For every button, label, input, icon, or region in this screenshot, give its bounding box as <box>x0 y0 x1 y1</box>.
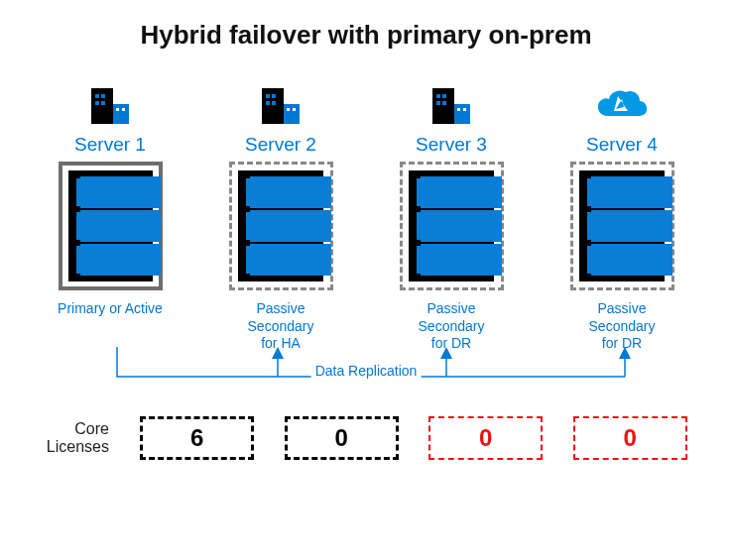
server-name-2: Server 2 <box>245 134 316 156</box>
chip-icon <box>625 212 657 240</box>
svg-rect-12 <box>266 101 270 105</box>
license-box-3: 0 <box>428 416 543 460</box>
svg-rect-4 <box>95 101 99 105</box>
svg-rect-0 <box>91 88 113 124</box>
diagram-title: Hybrid failover with primary on-prem <box>30 20 702 51</box>
license-box-2: 0 <box>285 416 399 460</box>
chip-icon <box>113 178 145 206</box>
cpu-box-4 <box>570 162 674 290</box>
server-column-2: Server 2 PassiveSecondaryfor HA <box>206 78 355 353</box>
svg-rect-9 <box>284 104 300 124</box>
chip-icon <box>246 178 278 206</box>
svg-rect-17 <box>454 104 470 124</box>
chip-icon <box>587 212 619 240</box>
chip-icon <box>284 212 315 240</box>
svg-rect-6 <box>116 108 119 111</box>
svg-rect-5 <box>101 101 105 105</box>
svg-rect-13 <box>272 101 276 105</box>
svg-rect-19 <box>442 94 446 98</box>
svg-rect-3 <box>101 94 105 98</box>
svg-rect-10 <box>266 94 270 98</box>
svg-rect-18 <box>436 94 440 98</box>
server-column-1: Server 1 Primary or Active <box>36 78 184 352</box>
svg-rect-22 <box>457 108 460 111</box>
building-icon <box>430 78 472 126</box>
svg-rect-8 <box>262 88 284 124</box>
role-label-3: PassiveSecondaryfor DR <box>419 300 485 353</box>
svg-rect-14 <box>287 108 290 111</box>
building-icon <box>89 78 131 126</box>
svg-rect-7 <box>122 108 125 111</box>
license-box-1: 6 <box>140 416 254 460</box>
chip-icon <box>587 246 619 274</box>
svg-rect-15 <box>293 108 296 111</box>
chip-icon <box>246 212 278 240</box>
licenses-row-label: CoreLicenses <box>30 420 109 455</box>
replication-label: Data Replication <box>311 363 422 379</box>
replication-arrows: Data Replication <box>30 347 702 396</box>
licenses-row: CoreLicenses 6 0 0 0 <box>30 416 702 460</box>
chip-icon <box>587 178 619 206</box>
cpu-box-3 <box>400 162 504 290</box>
role-label-4: PassiveSecondaryfor DR <box>589 300 656 353</box>
svg-rect-21 <box>442 101 446 105</box>
chip-icon <box>417 178 448 206</box>
license-box-4: 0 <box>573 416 687 460</box>
role-label-1: Primary or Active <box>58 300 163 352</box>
svg-rect-16 <box>432 88 454 124</box>
svg-rect-11 <box>272 94 276 98</box>
chip-icon <box>76 178 108 206</box>
chip-icon <box>246 246 278 274</box>
cpu-box-2 <box>229 162 333 290</box>
chip-icon <box>113 212 145 240</box>
chip-icon <box>454 178 486 206</box>
server-name-1: Server 1 <box>74 134 146 156</box>
chip-icon <box>625 178 657 206</box>
chip-icon <box>454 212 486 240</box>
chip-icon <box>76 246 108 274</box>
chip-icon <box>76 212 108 240</box>
server-column-4: Server 4 PassiveSecondaryfor DR <box>548 78 696 353</box>
chip-icon <box>454 246 486 274</box>
cpu-box-1 <box>59 162 163 290</box>
svg-rect-23 <box>463 108 466 111</box>
role-label-2: PassiveSecondaryfor HA <box>248 300 314 353</box>
server-name-4: Server 4 <box>586 134 658 156</box>
servers-row: Server 1 Primary or Active Server 2 <box>30 78 702 353</box>
server-column-3: Server 3 PassiveSecondaryfor DR <box>377 78 526 353</box>
chip-icon <box>417 246 448 274</box>
building-icon <box>260 78 302 126</box>
svg-rect-20 <box>436 101 440 105</box>
svg-rect-2 <box>95 94 99 98</box>
svg-rect-1 <box>113 104 129 124</box>
chip-icon <box>113 246 145 274</box>
chip-icon <box>284 246 315 274</box>
cloud-icon <box>594 78 650 126</box>
chip-icon <box>284 178 315 206</box>
chip-icon <box>417 212 448 240</box>
chip-icon <box>625 246 657 274</box>
server-name-3: Server 3 <box>416 134 487 156</box>
